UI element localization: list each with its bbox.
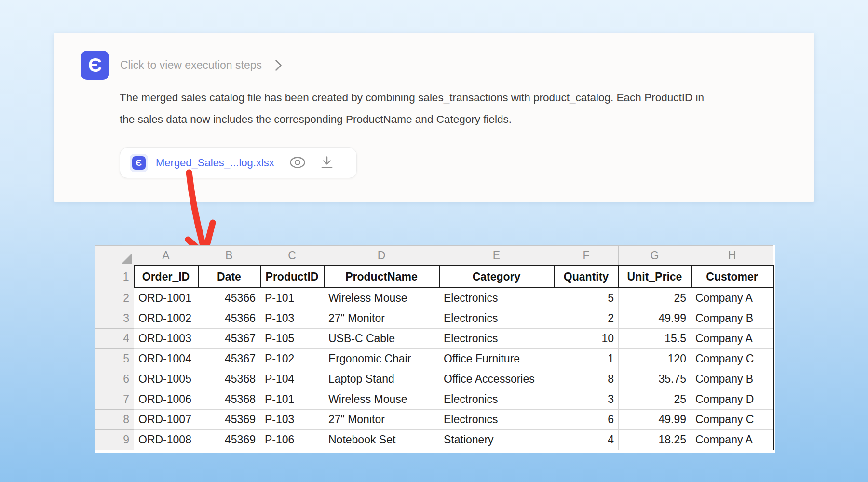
cell-C2[interactable]: P-101 bbox=[260, 288, 324, 308]
cell-G6[interactable]: 35.75 bbox=[619, 369, 691, 389]
column-header-G[interactable]: G bbox=[619, 246, 691, 266]
cell-A3[interactable]: ORD-1002 bbox=[134, 308, 198, 329]
cell-E6[interactable]: Office Accessories bbox=[439, 369, 554, 389]
cell-E2[interactable]: Electronics bbox=[439, 288, 554, 308]
row-header-3[interactable]: 3 bbox=[95, 308, 134, 329]
row-header-5[interactable]: 5 bbox=[95, 349, 134, 369]
cell-H3[interactable]: Company B bbox=[691, 308, 773, 329]
cell-A9[interactable]: ORD-1008 bbox=[134, 430, 198, 450]
cell-F3[interactable]: 2 bbox=[554, 308, 619, 329]
cell-A6[interactable]: ORD-1005 bbox=[134, 369, 198, 389]
cell-D7[interactable]: Wireless Mouse bbox=[324, 389, 439, 410]
cell-F8[interactable]: 6 bbox=[554, 410, 619, 430]
cell-B4[interactable]: 45367 bbox=[198, 329, 260, 349]
spreadsheet-grid: ABCDEFGH1Order_IDDateProductIDProductNam… bbox=[95, 245, 774, 450]
cell-G5[interactable]: 120 bbox=[619, 349, 691, 369]
cell-G7[interactable]: 25 bbox=[619, 389, 691, 410]
cell-D6[interactable]: Laptop Stand bbox=[324, 369, 439, 389]
cell-D2[interactable]: Wireless Mouse bbox=[324, 288, 439, 308]
cell-B6[interactable]: 45368 bbox=[198, 369, 260, 389]
execution-steps-label: Click to view execution steps bbox=[120, 59, 262, 72]
table-row: 4ORD-100345367P-105USB-C CableElectronic… bbox=[95, 329, 773, 349]
column-header-F[interactable]: F bbox=[554, 246, 619, 266]
column-header-A[interactable]: A bbox=[134, 246, 198, 266]
cell-F6[interactable]: 8 bbox=[554, 369, 619, 389]
column-header-D[interactable]: D bbox=[324, 246, 439, 266]
select-all-cell[interactable] bbox=[95, 246, 134, 266]
cell-G3[interactable]: 49.99 bbox=[619, 308, 691, 329]
cell-D9[interactable]: Notebook Set bbox=[324, 430, 439, 450]
cell-G8[interactable]: 49.99 bbox=[619, 410, 691, 430]
cell-F4[interactable]: 10 bbox=[554, 329, 619, 349]
document-icon: Є bbox=[130, 154, 148, 172]
cell-C5[interactable]: P-102 bbox=[260, 349, 324, 369]
cell-C6[interactable]: P-104 bbox=[260, 369, 324, 389]
cell-G9[interactable]: 18.25 bbox=[619, 430, 691, 450]
row-header-6[interactable]: 6 bbox=[95, 369, 134, 389]
cell-B3[interactable]: 45366 bbox=[198, 308, 260, 329]
cell-H5[interactable]: Company C bbox=[691, 349, 773, 369]
row-header-1[interactable]: 1 bbox=[95, 266, 134, 288]
cell-E5[interactable]: Office Furniture bbox=[439, 349, 554, 369]
cell-A7[interactable]: ORD-1006 bbox=[134, 389, 198, 410]
column-header-E[interactable]: E bbox=[439, 246, 554, 266]
table-row: 3ORD-100245366P-10327" MonitorElectronic… bbox=[95, 308, 773, 329]
cell-B9[interactable]: 45369 bbox=[198, 430, 260, 450]
cell-F7[interactable]: 3 bbox=[554, 389, 619, 410]
field-header-Customer[interactable]: Customer bbox=[691, 266, 773, 288]
cell-D5[interactable]: Ergonomic Chair bbox=[324, 349, 439, 369]
column-header-H[interactable]: H bbox=[691, 246, 773, 266]
download-file-button[interactable] bbox=[317, 155, 337, 171]
cell-E8[interactable]: Electronics bbox=[439, 410, 554, 430]
column-header-B[interactable]: B bbox=[198, 246, 260, 266]
cell-C9[interactable]: P-106 bbox=[260, 430, 324, 450]
cell-A2[interactable]: ORD-1001 bbox=[134, 288, 198, 308]
cell-F9[interactable]: 4 bbox=[554, 430, 619, 450]
field-header-ProductName[interactable]: ProductName bbox=[324, 266, 439, 288]
cell-G2[interactable]: 25 bbox=[619, 288, 691, 308]
cell-F2[interactable]: 5 bbox=[554, 288, 619, 308]
column-header-C[interactable]: C bbox=[260, 246, 324, 266]
cell-A8[interactable]: ORD-1007 bbox=[134, 410, 198, 430]
cell-E7[interactable]: Electronics bbox=[439, 389, 554, 410]
cell-A4[interactable]: ORD-1003 bbox=[134, 329, 198, 349]
field-header-Unit_Price[interactable]: Unit_Price bbox=[619, 266, 691, 288]
cell-H8[interactable]: Company C bbox=[691, 410, 773, 430]
row-header-9[interactable]: 9 bbox=[95, 430, 134, 450]
row-header-7[interactable]: 7 bbox=[95, 389, 134, 410]
cell-H9[interactable]: Company A bbox=[691, 430, 773, 450]
cell-C3[interactable]: P-103 bbox=[260, 308, 324, 329]
row-header-8[interactable]: 8 bbox=[95, 410, 134, 430]
field-header-ProductID[interactable]: ProductID bbox=[260, 266, 324, 288]
row-header-4[interactable]: 4 bbox=[95, 329, 134, 349]
cell-B7[interactable]: 45368 bbox=[198, 389, 260, 410]
preview-file-button[interactable] bbox=[286, 156, 309, 170]
field-header-Order_ID[interactable]: Order_ID bbox=[134, 266, 198, 288]
cell-D3[interactable]: 27" Monitor bbox=[324, 308, 439, 329]
cell-A5[interactable]: ORD-1004 bbox=[134, 349, 198, 369]
cell-C8[interactable]: P-103 bbox=[260, 410, 324, 430]
cell-H7[interactable]: Company D bbox=[691, 389, 773, 410]
cell-F5[interactable]: 1 bbox=[554, 349, 619, 369]
cell-E9[interactable]: Stationery bbox=[439, 430, 554, 450]
cell-B2[interactable]: 45366 bbox=[198, 288, 260, 308]
field-header-Quantity[interactable]: Quantity bbox=[554, 266, 619, 288]
cell-C4[interactable]: P-105 bbox=[260, 329, 324, 349]
cell-H6[interactable]: Company B bbox=[691, 369, 773, 389]
field-header-Category[interactable]: Category bbox=[439, 266, 554, 288]
field-header-Date[interactable]: Date bbox=[198, 266, 260, 288]
cell-C7[interactable]: P-101 bbox=[260, 389, 324, 410]
cell-B5[interactable]: 45367 bbox=[198, 349, 260, 369]
cell-D4[interactable]: USB-C Cable bbox=[324, 329, 439, 349]
cell-E4[interactable]: Electronics bbox=[439, 329, 554, 349]
cell-H2[interactable]: Company A bbox=[691, 288, 773, 308]
execution-steps-toggle[interactable]: Є Click to view execution steps bbox=[81, 51, 283, 80]
cell-H4[interactable]: Company A bbox=[691, 329, 773, 349]
cell-D8[interactable]: 27" Monitor bbox=[324, 410, 439, 430]
row-header-2[interactable]: 2 bbox=[95, 288, 134, 308]
cell-G4[interactable]: 15.5 bbox=[619, 329, 691, 349]
file-attachment-chip[interactable]: Є Merged_Sales_...log.xlsx bbox=[120, 147, 357, 178]
cell-B8[interactable]: 45369 bbox=[198, 410, 260, 430]
cell-E3[interactable]: Electronics bbox=[439, 308, 554, 329]
table-row: 8ORD-100745369P-10327" MonitorElectronic… bbox=[95, 410, 773, 430]
